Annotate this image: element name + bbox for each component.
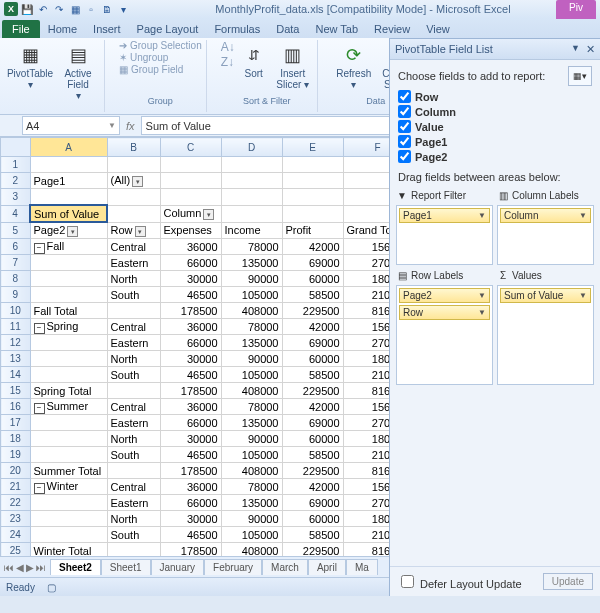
cell[interactable]: 60000 (282, 431, 343, 447)
cell[interactable]: 229500 (282, 303, 343, 319)
tab-page-layout[interactable]: Page Layout (129, 20, 207, 38)
cell[interactable]: 30000 (160, 431, 221, 447)
cell[interactable] (107, 205, 160, 222)
cell[interactable]: Eastern (107, 335, 160, 351)
cell[interactable] (221, 189, 282, 206)
row-header[interactable]: 15 (1, 383, 31, 399)
cell[interactable]: Income (221, 222, 282, 239)
field-pill[interactable]: Page2▼ (399, 288, 490, 303)
field-checkbox[interactable] (398, 150, 411, 163)
dropzone-column-labels[interactable]: Column▼ (497, 205, 594, 265)
cell[interactable] (282, 157, 343, 173)
row-header[interactable]: 13 (1, 351, 31, 367)
cell[interactable]: 30000 (160, 511, 221, 527)
row-header[interactable]: 1 (1, 157, 31, 173)
row-header[interactable]: 19 (1, 447, 31, 463)
field-pill[interactable]: Row▼ (399, 305, 490, 320)
cell[interactable]: Column▾ (160, 205, 221, 222)
filter-dropdown-icon[interactable]: ▾ (132, 176, 143, 187)
cell[interactable]: 178500 (160, 463, 221, 479)
cell[interactable] (221, 157, 282, 173)
cell[interactable]: 229500 (282, 383, 343, 399)
pivottable-button[interactable]: ▦PivotTable▾ (8, 40, 52, 92)
cell[interactable]: 135000 (221, 495, 282, 511)
cell[interactable]: Page1 (30, 173, 107, 189)
cell[interactable]: 105000 (221, 367, 282, 383)
cell[interactable]: 66000 (160, 255, 221, 271)
sheet-tab[interactable]: April (308, 559, 346, 575)
cell[interactable]: 46500 (160, 287, 221, 303)
cell[interactable]: 30000 (160, 351, 221, 367)
chevron-down-icon[interactable]: ▼ (478, 308, 486, 317)
group-selection-button[interactable]: ➔ Group Selection (119, 40, 202, 51)
cell[interactable]: −Spring (30, 319, 107, 335)
cell[interactable]: −Fall (30, 239, 107, 255)
row-header[interactable]: 3 (1, 189, 31, 206)
collapse-icon[interactable]: − (34, 243, 45, 254)
field-pill[interactable]: Column▼ (500, 208, 591, 223)
collapse-icon[interactable]: − (34, 483, 45, 494)
row-header[interactable]: 9 (1, 287, 31, 303)
field-checkbox[interactable] (398, 135, 411, 148)
cell[interactable]: Eastern (107, 495, 160, 511)
prev-sheet-icon[interactable]: ◀ (16, 562, 24, 573)
cell[interactable]: 36000 (160, 479, 221, 495)
cell[interactable]: 46500 (160, 367, 221, 383)
cell[interactable] (160, 189, 221, 206)
cell[interactable]: 58500 (282, 367, 343, 383)
filter-dropdown-icon[interactable]: ▾ (203, 209, 214, 220)
cell[interactable]: 90000 (221, 431, 282, 447)
select-all-corner[interactable] (1, 138, 31, 157)
cell[interactable] (30, 415, 107, 431)
tab-new[interactable]: New Tab (307, 20, 366, 38)
sheet-tab[interactable]: March (262, 559, 308, 575)
tab-file[interactable]: File (2, 20, 40, 38)
row-header[interactable]: 6 (1, 239, 31, 255)
cell[interactable] (30, 189, 107, 206)
dropzone-report-filter[interactable]: Page1▼ (396, 205, 493, 265)
cell[interactable]: 135000 (221, 335, 282, 351)
cell[interactable]: 66000 (160, 415, 221, 431)
cell[interactable]: 42000 (282, 399, 343, 415)
cell[interactable]: 78000 (221, 319, 282, 335)
context-tab-pivot[interactable]: Piv (556, 0, 596, 19)
cell[interactable]: 408000 (221, 303, 282, 319)
next-sheet-icon[interactable]: ▶ (26, 562, 34, 573)
cell[interactable]: 69000 (282, 255, 343, 271)
cell[interactable]: 90000 (221, 511, 282, 527)
chevron-down-icon[interactable]: ▼ (571, 43, 580, 56)
cell[interactable]: 105000 (221, 527, 282, 543)
cell[interactable]: Summer Total (30, 463, 107, 479)
tab-home[interactable]: Home (40, 20, 85, 38)
cell[interactable]: Eastern (107, 255, 160, 271)
cell[interactable]: 60000 (282, 271, 343, 287)
cell[interactable]: 78000 (221, 479, 282, 495)
layout-options-button[interactable]: ▦▾ (568, 66, 592, 86)
quick-print-icon[interactable]: ▦ (68, 2, 82, 16)
cell[interactable] (30, 511, 107, 527)
chevron-down-icon[interactable]: ▼ (478, 211, 486, 220)
field-item[interactable]: Row (398, 90, 592, 103)
cell[interactable]: 46500 (160, 447, 221, 463)
chevron-down-icon[interactable]: ▼ (579, 291, 587, 300)
field-item[interactable]: Page2 (398, 150, 592, 163)
cell[interactable]: 69000 (282, 495, 343, 511)
sort-asc-button[interactable]: A↓ (221, 40, 235, 54)
update-button[interactable]: Update (543, 573, 593, 590)
close-icon[interactable]: ✕ (586, 43, 595, 56)
defer-layout-checkbox[interactable]: Defer Layout Update (397, 572, 522, 591)
column-header[interactable]: E (282, 138, 343, 157)
cell[interactable]: 229500 (282, 463, 343, 479)
cell[interactable]: South (107, 447, 160, 463)
tab-insert[interactable]: Insert (85, 20, 129, 38)
undo-icon[interactable]: ↶ (36, 2, 50, 16)
cell[interactable]: Central (107, 239, 160, 255)
field-item[interactable]: Page1 (398, 135, 592, 148)
cell[interactable]: North (107, 431, 160, 447)
cell[interactable]: 90000 (221, 351, 282, 367)
row-header[interactable]: 5 (1, 222, 31, 239)
redo-icon[interactable]: ↷ (52, 2, 66, 16)
group-field-button[interactable]: ▦ Group Field (119, 64, 202, 75)
refresh-button[interactable]: ⟳Refresh▾ (332, 40, 376, 92)
cell[interactable] (160, 157, 221, 173)
